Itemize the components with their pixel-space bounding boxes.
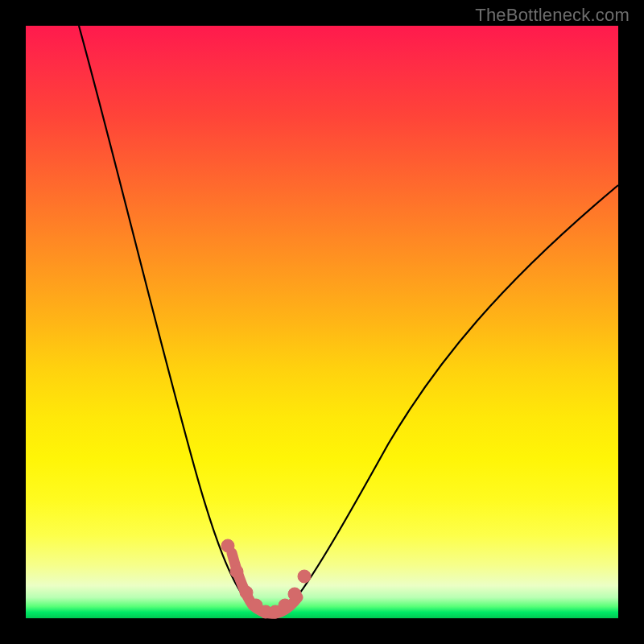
svg-point-2 [240,586,253,599]
plot-area [26,26,618,618]
svg-point-1 [230,565,243,578]
svg-point-7 [288,588,301,601]
valley-markers [221,539,311,618]
chart-frame: TheBottleneck.com [0,0,644,644]
svg-point-6 [279,599,291,612]
bottleneck-curve [79,26,618,613]
svg-point-0 [221,539,234,552]
svg-point-8 [298,570,311,583]
watermark-text: TheBottleneck.com [475,5,630,26]
curve-svg [26,26,618,618]
